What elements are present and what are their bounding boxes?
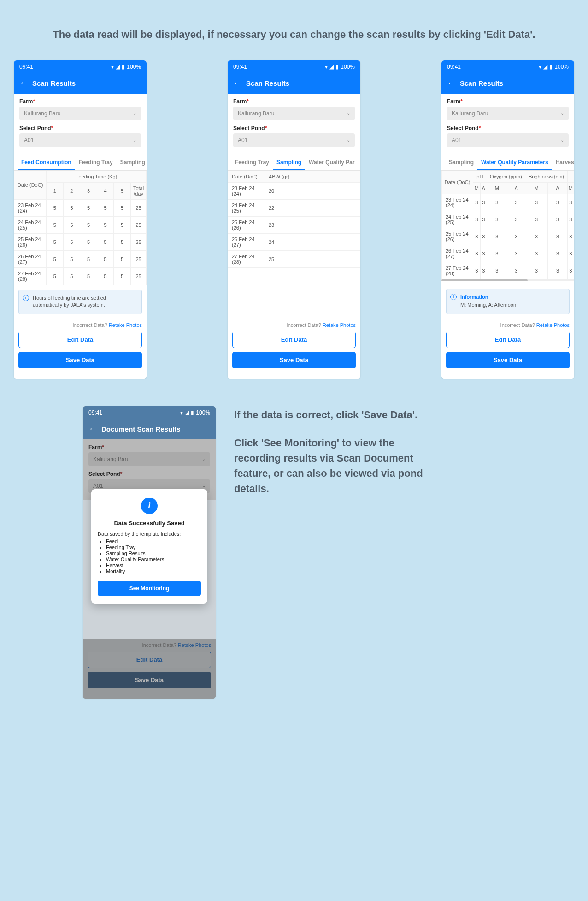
farm-select[interactable]: Kaliurang Baru⌄ xyxy=(233,107,355,120)
back-icon[interactable]: ← xyxy=(447,78,455,88)
tab-feeding-tray[interactable]: Feeding Tray xyxy=(231,154,273,170)
tab-sampling[interactable]: Sampling xyxy=(445,154,477,170)
list-item: Feed xyxy=(106,539,201,544)
phone-screen-3: 09:41 ▾ ◢ ▮ 100% ← Scan Results Farm* Ka… xyxy=(441,60,574,379)
table-row: 24 Feb 24 (25)3333333 xyxy=(442,211,574,228)
tab-feeding-tray[interactable]: Feeding Tray xyxy=(75,154,117,170)
retake-link: Retake Photos xyxy=(178,642,211,648)
chevron-down-icon: ⌄ xyxy=(560,137,564,142)
edit-button[interactable]: Edit Data xyxy=(18,332,142,348)
tabs: Sampling Water Quality Parameters Harves… xyxy=(441,154,574,171)
retake-row: Incorrect Data? Retake Photos xyxy=(18,322,142,328)
signal-icon: ◢ xyxy=(116,64,120,70)
phone-screen-4: 09:41 ▾ ◢ ▮ 100% ← Document Scan Results… xyxy=(83,406,216,699)
table-row: 23 Feb 24 (24)3333333 xyxy=(442,194,574,211)
pond-select[interactable]: A01⌄ xyxy=(447,133,569,147)
pond-select[interactable]: A01⌄ xyxy=(19,133,141,147)
retake-row: Incorrect Data? Retake Photos xyxy=(88,642,211,648)
retake-link[interactable]: Retake Photos xyxy=(536,322,570,328)
page-title: Document Scan Results xyxy=(101,425,181,433)
tabs: Feeding Tray Sampling Water Quality Par xyxy=(228,154,360,171)
back-icon[interactable]: ← xyxy=(233,78,241,88)
tab-water-quality[interactable]: Water Quality Par xyxy=(305,154,359,170)
battery-icon: ▮ xyxy=(549,64,553,70)
clock: 09:41 xyxy=(447,64,461,70)
feed-table: Date (DoC) Feeding Time (Kg) 1 2 3 4 5 T… xyxy=(14,171,147,285)
status-bar: 09:41 ▾ ◢ ▮ 100% xyxy=(14,60,147,73)
status-bar: 09:41 ▾ ◢ ▮ 100% xyxy=(441,60,574,73)
list-item: Harvest xyxy=(106,563,201,568)
tab-water-quality[interactable]: Water Quality Parameters xyxy=(477,154,552,170)
table-row: 27 Feb 24 (28)5555525 xyxy=(14,267,147,285)
app-header: ← Scan Results xyxy=(228,73,360,94)
page-title: Scan Results xyxy=(246,79,289,87)
back-icon[interactable]: ← xyxy=(88,424,97,434)
retake-link[interactable]: Retake Photos xyxy=(323,322,356,328)
tab-sampling[interactable]: Sampling xyxy=(273,154,305,170)
table-row: 25 Feb 24 (26)5555525 xyxy=(14,233,147,250)
retake-row: Incorrect Data? Retake Photos xyxy=(446,322,570,328)
water-quality-table: Date (DoC) pH Oxygen (ppm) Brightness (c… xyxy=(441,171,574,279)
list-item: Feeding Tray xyxy=(106,545,201,550)
chevron-down-icon: ⌄ xyxy=(347,111,350,116)
clock: 09:41 xyxy=(88,409,102,416)
wifi-icon: ▾ xyxy=(180,409,183,416)
farm-select[interactable]: Kaliurang Baru⌄ xyxy=(447,107,569,120)
intro-text-1: The data read will be displayed, if nece… xyxy=(14,28,574,42)
list-item: Sampling Results xyxy=(106,551,201,556)
table-row: 24 Feb 24 (25)5555525 xyxy=(14,216,147,233)
col-date: Date (DoC) xyxy=(442,171,473,194)
page-title: Scan Results xyxy=(460,79,503,87)
tab-harvest[interactable]: Harvest xyxy=(552,154,574,170)
back-icon[interactable]: ← xyxy=(19,78,28,88)
modal-title: Data Successfully Saved xyxy=(98,520,201,527)
tab-feed-consumption[interactable]: Feed Consumption xyxy=(18,154,75,170)
save-button[interactable]: Save Data xyxy=(18,352,142,368)
signal-icon: ◢ xyxy=(185,409,189,416)
table-row: 24 Feb 24 (25)22 xyxy=(228,199,360,216)
wifi-icon: ▾ xyxy=(111,64,114,70)
edit-button[interactable]: Edit Data xyxy=(446,332,570,348)
clock: 09:41 xyxy=(19,64,33,70)
retake-row: Incorrect Data? Retake Photos xyxy=(232,322,356,328)
table-row: 27 Feb 24 (28)3333333 xyxy=(442,262,574,279)
table-row: 25 Feb 24 (26)3333333 xyxy=(442,228,574,245)
edit-button: Edit Data xyxy=(88,652,211,668)
info-icon: i xyxy=(450,294,457,300)
signal-icon: ◢ xyxy=(329,64,334,70)
col-date: Date (DoC) xyxy=(14,171,47,199)
chevron-down-icon: ⌄ xyxy=(560,111,564,116)
signal-icon: ◢ xyxy=(543,64,547,70)
farm-label: Farm* xyxy=(233,98,355,105)
battery-pct: 100% xyxy=(196,409,210,416)
chevron-down-icon: ⌄ xyxy=(133,137,136,142)
table-row: 26 Feb 24 (27)5555525 xyxy=(14,250,147,267)
pond-label: Select Pond* xyxy=(19,125,141,131)
phone-screen-2: 09:41 ▾ ◢ ▮ 100% ← Scan Results Farm* Ka… xyxy=(228,60,360,379)
battery-icon: ▮ xyxy=(122,64,125,70)
info-box: i Information M: Morning, A: Afternoon xyxy=(446,289,570,314)
pond-label: Select Pond* xyxy=(447,125,569,131)
farm-label: Farm* xyxy=(88,444,210,450)
status-bar: 09:41 ▾ ◢ ▮ 100% xyxy=(83,406,216,419)
intro-text-2: If the data is correct, click 'Save Data… xyxy=(234,406,437,699)
save-button: Save Data xyxy=(88,672,211,688)
tab-sampling[interactable]: Sampling xyxy=(117,154,147,170)
battery-pct: 100% xyxy=(554,64,569,70)
col-abw: ABW (gr) xyxy=(265,171,360,182)
modal-list: FeedFeeding TraySampling ResultsWater Qu… xyxy=(98,539,201,574)
farm-select[interactable]: Kaliurang Baru⌄ xyxy=(19,107,141,120)
table-row: 26 Feb 24 (27)24 xyxy=(228,233,360,250)
save-button[interactable]: Save Data xyxy=(232,352,356,368)
tabs: Feed Consumption Feeding Tray Sampling xyxy=(14,154,147,171)
save-button[interactable]: Save Data xyxy=(446,352,570,368)
edit-button[interactable]: Edit Data xyxy=(232,332,356,348)
horizontal-scrollbar[interactable] xyxy=(441,279,574,281)
table-row: 26 Feb 24 (27)3333333 xyxy=(442,245,574,262)
chevron-down-icon: ⌄ xyxy=(202,456,206,462)
retake-link[interactable]: Retake Photos xyxy=(109,322,142,328)
pond-select[interactable]: A01⌄ xyxy=(233,133,355,147)
clock: 09:41 xyxy=(233,64,247,70)
list-item: Mortality xyxy=(106,569,201,574)
see-monitoring-button[interactable]: See Monitoring xyxy=(98,581,201,596)
